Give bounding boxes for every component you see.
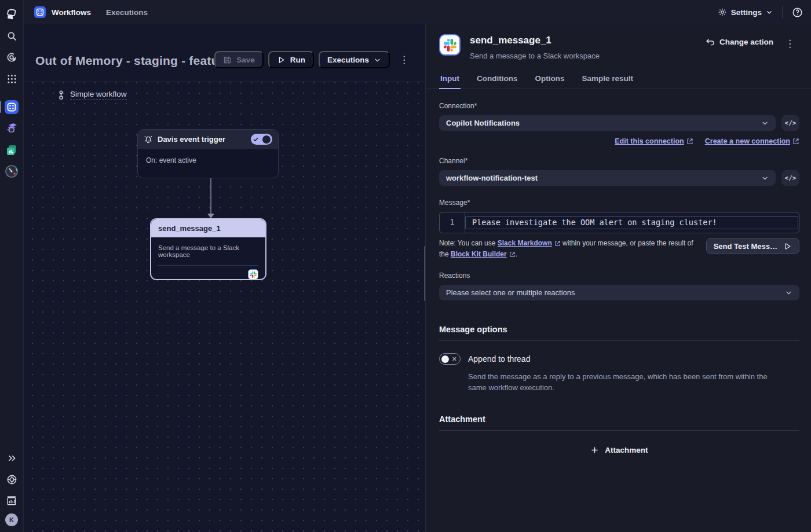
topbar-divider bbox=[782, 6, 783, 19]
append-to-thread-description: Send the message as a reply to a previou… bbox=[468, 372, 781, 394]
edit-connection-link[interactable]: Edit this connection bbox=[615, 137, 693, 145]
slack-icon bbox=[439, 34, 461, 56]
chevron-down-icon bbox=[374, 56, 381, 64]
panel-subtitle: Send a message to a Slack workspace bbox=[470, 52, 600, 60]
message-input[interactable]: Please investigate the OOM alert on stag… bbox=[465, 216, 798, 229]
trigger-node[interactable]: Davis event trigger On: event active bbox=[137, 129, 279, 178]
help-button[interactable] bbox=[792, 7, 803, 18]
external-link-icon bbox=[554, 240, 561, 247]
gear-icon bbox=[718, 8, 727, 17]
external-link-icon bbox=[792, 138, 799, 145]
chevron-down-icon bbox=[785, 289, 792, 296]
settings-button[interactable]: Settings bbox=[718, 8, 773, 17]
action-config-panel: send_message_1 Send a message to a Slack… bbox=[425, 24, 811, 532]
chevron-down-icon bbox=[761, 119, 769, 127]
external-link-icon bbox=[509, 251, 516, 258]
help-lifering-icon[interactable] bbox=[3, 471, 20, 488]
edge-connector bbox=[210, 178, 211, 214]
app-rail: K bbox=[0, 0, 24, 532]
canvas-kebab-menu[interactable]: ⋮ bbox=[394, 54, 414, 66]
tab-conditions[interactable]: Conditions bbox=[476, 71, 519, 89]
reactions-select[interactable]: Please select one or multiple reactions bbox=[439, 285, 799, 300]
trigger-node-subtitle: On: event active bbox=[138, 149, 278, 172]
message-editor[interactable]: 1 Please investigate the OOM alert on st… bbox=[439, 212, 799, 233]
block-kit-builder-link[interactable]: Block Kit Builder bbox=[451, 249, 516, 260]
alarm-bell-icon bbox=[144, 135, 153, 144]
section-divider bbox=[439, 430, 799, 431]
panel-resize-handle[interactable] bbox=[425, 246, 425, 301]
action-node-title: send_message_1 bbox=[151, 219, 265, 237]
play-icon bbox=[783, 242, 792, 251]
workflow-type-chip[interactable]: Simple workflow bbox=[57, 90, 127, 100]
connection-select[interactable]: Copilot Notifications bbox=[439, 115, 776, 131]
action-node-selected[interactable]: send_message_1 Send a message to a Slack… bbox=[151, 219, 266, 280]
search-icon[interactable] bbox=[3, 27, 20, 45]
rail-item-dashboards-app[interactable] bbox=[3, 141, 20, 159]
rail-item-clouds-app[interactable] bbox=[3, 120, 20, 137]
tab-sample-result[interactable]: Sample result bbox=[581, 71, 635, 89]
add-attachment-button[interactable]: Attachment bbox=[584, 442, 653, 458]
change-action-button[interactable]: Change action bbox=[706, 38, 773, 46]
active-app-indicator bbox=[0, 101, 1, 113]
plus-icon bbox=[590, 446, 599, 454]
create-connection-link[interactable]: Create a new connection bbox=[705, 137, 799, 145]
attachment-heading: Attachment bbox=[439, 414, 799, 430]
workflow-type-icon bbox=[57, 90, 65, 100]
workflow-title: Out of Memory - staging - feature… bbox=[35, 35, 214, 68]
send-test-message-button[interactable]: Send Test Mess… bbox=[706, 238, 799, 254]
nav-workflows[interactable]: Workflows bbox=[52, 8, 91, 17]
topbar: Workflows Executions Settings bbox=[24, 0, 811, 24]
section-divider bbox=[439, 340, 799, 341]
usage-chart-icon[interactable] bbox=[3, 492, 20, 509]
append-to-thread-toggle[interactable]: ✕ bbox=[439, 353, 461, 365]
message-note: Note: You can use Slack Markdown within … bbox=[439, 238, 694, 260]
canvas-header: Out of Memory - staging - feature… Save … bbox=[24, 24, 425, 82]
return-arrow-icon bbox=[706, 38, 715, 46]
nav-executions[interactable]: Executions bbox=[106, 8, 148, 17]
slack-icon bbox=[248, 269, 258, 280]
edge-arrowhead bbox=[207, 214, 214, 218]
copilot-icon[interactable] bbox=[3, 49, 20, 66]
run-button[interactable]: Run bbox=[268, 51, 314, 68]
expand-rail-icon[interactable] bbox=[3, 449, 20, 467]
line-number: 1 bbox=[440, 212, 465, 233]
chevron-down-icon bbox=[766, 9, 773, 16]
dynatrace-logo-icon[interactable] bbox=[3, 6, 20, 23]
message-options-heading: Message options bbox=[439, 325, 799, 340]
chevron-down-icon bbox=[761, 174, 769, 182]
workflow-type-label: Simple workflow bbox=[70, 90, 127, 100]
trigger-node-title: Davis event trigger bbox=[158, 135, 246, 144]
message-label: Message* bbox=[439, 199, 799, 207]
connection-label: Connection* bbox=[439, 102, 799, 110]
rail-item-gauge-app[interactable] bbox=[3, 163, 20, 180]
tab-input[interactable]: Input bbox=[439, 71, 461, 89]
workflow-canvas[interactable]: Out of Memory - staging - feature… Save … bbox=[24, 24, 425, 532]
external-link-icon bbox=[686, 138, 693, 145]
slack-markdown-link[interactable]: Slack Markdown bbox=[498, 238, 561, 249]
save-icon bbox=[223, 56, 232, 64]
panel-kebab-menu[interactable]: ⋮ bbox=[780, 38, 799, 50]
apps-grid-icon[interactable] bbox=[3, 70, 20, 87]
channel-label: Channel* bbox=[439, 157, 799, 165]
connection-code-button[interactable]: </> bbox=[781, 115, 799, 131]
tab-options[interactable]: Options bbox=[534, 71, 566, 89]
workflows-app-icon[interactable] bbox=[34, 6, 46, 18]
panel-tabs: Input Conditions Options Sample result bbox=[426, 71, 811, 89]
append-to-thread-label: Append to thread bbox=[468, 354, 530, 364]
panel-content: Connection* Copilot Notifications </> Ed… bbox=[426, 89, 811, 532]
rail-item-workflows-app[interactable] bbox=[3, 98, 20, 116]
executions-dropdown[interactable]: Executions bbox=[319, 51, 390, 68]
trigger-enabled-toggle[interactable] bbox=[251, 134, 272, 145]
channel-select[interactable]: workflow-notification-test bbox=[439, 170, 776, 186]
save-button[interactable]: Save bbox=[214, 51, 264, 68]
action-node-subtitle: Send a message to a Slack workspace bbox=[151, 237, 265, 258]
reactions-label: Reactions bbox=[439, 271, 799, 280]
play-icon bbox=[277, 56, 286, 64]
panel-title: send_message_1 bbox=[470, 34, 600, 46]
channel-code-button[interactable]: </> bbox=[781, 170, 799, 186]
user-avatar[interactable]: K bbox=[5, 513, 18, 526]
